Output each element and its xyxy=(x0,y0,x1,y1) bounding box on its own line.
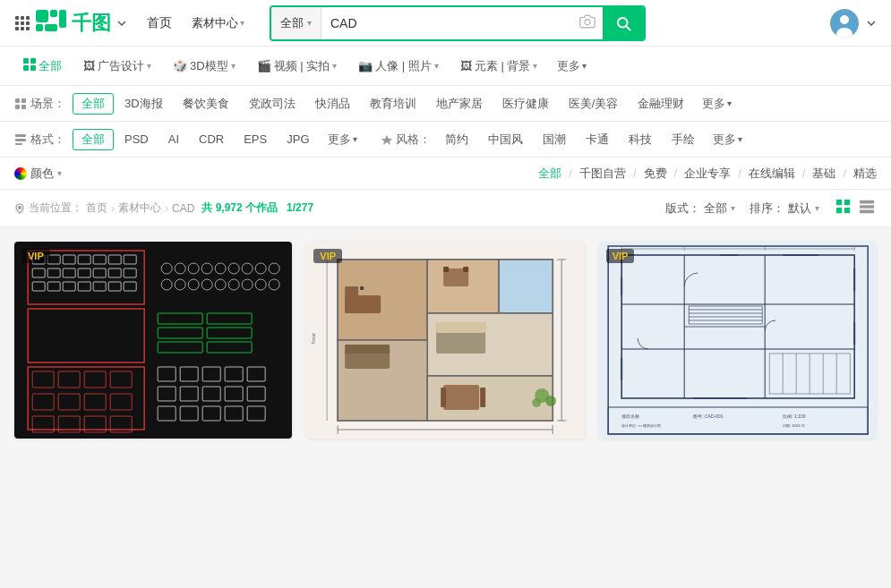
scene-realestate[interactable]: 地产家居 xyxy=(427,93,492,115)
format-more[interactable]: 更多 ▾ xyxy=(321,128,364,151)
nav-element[interactable]: 🖼 元素 | 背景 ▾ xyxy=(451,55,547,78)
svg-rect-119 xyxy=(499,260,553,313)
style-cartoon[interactable]: 卡通 xyxy=(577,129,618,150)
nav-element-arrow-icon: ▾ xyxy=(533,61,537,71)
location-icon xyxy=(14,203,25,214)
style-tech[interactable]: 科技 xyxy=(620,129,661,150)
breadcrumb-current: CAD xyxy=(172,202,194,215)
nav-portrait[interactable]: 📷 人像 | 照片 ▾ xyxy=(349,55,448,78)
scene-medical[interactable]: 医疗健康 xyxy=(493,93,558,115)
breadcrumb-home[interactable]: 首页 xyxy=(86,200,107,216)
nav-video-label: 视频 | 实拍 xyxy=(274,58,330,74)
color-filter[interactable]: 颜色 ▾ xyxy=(14,166,62,182)
tags-bar: 颜色 ▾ 全部 / 千图自营 / 免费 / 企业专享 / 在线编辑 / 基础 /… xyxy=(0,158,891,190)
scene-food[interactable]: 餐饮美食 xyxy=(174,93,238,115)
ad-icon: 🖼 xyxy=(83,59,95,72)
svg-text:图号: CAD-001: 图号: CAD-001 xyxy=(693,413,724,419)
svg-text:日期: 2024.01: 日期: 2024.01 xyxy=(783,423,805,428)
tag-selected[interactable]: 精选 xyxy=(853,166,877,182)
style-simple[interactable]: 简约 xyxy=(436,129,477,150)
svg-rect-33 xyxy=(844,200,850,205)
scene-edu[interactable]: 教育培训 xyxy=(361,93,425,115)
card-3[interactable]: VIP xyxy=(599,242,877,439)
nav-more-arrow-icon: ▾ xyxy=(582,61,587,71)
nav-all-label: 全部 xyxy=(39,58,62,74)
camera-search-icon[interactable] xyxy=(572,13,603,33)
style-label-text: 风格： xyxy=(396,132,431,148)
format-selector[interactable]: 版式： 全部 ▾ xyxy=(665,200,735,217)
content-grid: VIP xyxy=(0,227,891,453)
card-3-vip-badge: VIP xyxy=(606,249,635,263)
style-more-label: 更多 xyxy=(713,132,736,148)
svg-rect-21 xyxy=(30,58,36,64)
header: 千图 首页 素材中心 ▾ 全部 ▾ xyxy=(0,0,891,47)
sort-value: 默认 xyxy=(788,200,811,217)
scene-political[interactable]: 党政司法 xyxy=(240,93,304,115)
card-2[interactable]: VIP xyxy=(306,242,584,439)
format-jpg[interactable]: JPG xyxy=(278,130,318,149)
search-category-dropdown[interactable]: 全部 ▾ xyxy=(271,7,321,39)
svg-point-143 xyxy=(545,396,556,406)
style-guochao[interactable]: 国潮 xyxy=(534,129,575,150)
search-button[interactable] xyxy=(603,7,644,39)
svg-rect-3 xyxy=(15,21,19,25)
format-eps[interactable]: EPS xyxy=(235,130,276,149)
svg-text:Total: Total xyxy=(311,333,316,345)
scene-icon xyxy=(14,98,27,110)
tag-all[interactable]: 全部 xyxy=(538,166,561,182)
format-psd[interactable]: PSD xyxy=(116,130,158,149)
tag-sep-1: / xyxy=(569,166,572,180)
tag-free[interactable]: 免费 xyxy=(644,166,667,182)
search-input[interactable] xyxy=(321,7,572,39)
format-icon xyxy=(14,133,27,146)
svg-rect-23 xyxy=(30,65,36,71)
svg-rect-124 xyxy=(345,286,358,313)
sort-selector[interactable]: 排序： 默认 ▾ xyxy=(750,200,819,217)
format-ai[interactable]: AI xyxy=(159,130,188,149)
style-chinese[interactable]: 中国风 xyxy=(479,129,532,150)
scene-more[interactable]: 更多 ▾ xyxy=(695,92,739,115)
style-label: 风格： xyxy=(381,132,431,148)
category-nav: 全部 🖼 广告设计 ▾ 🎲 3D模型 ▾ 🎬 视频 | 实拍 ▾ 📷 人像 | … xyxy=(0,47,891,86)
svg-rect-28 xyxy=(15,134,26,137)
nav-ad-design[interactable]: 🖼 广告设计 ▾ xyxy=(74,55,160,78)
breadcrumb-materials[interactable]: 素材中心 xyxy=(118,200,161,216)
count-number: 9,972 xyxy=(216,201,243,214)
list-view-button[interactable] xyxy=(857,197,877,219)
scene-all[interactable]: 全部 xyxy=(73,93,114,115)
scene-more-label: 更多 xyxy=(702,96,725,112)
sort-label: 排序： xyxy=(750,200,784,217)
tag-online[interactable]: 在线编辑 xyxy=(749,166,795,182)
nav-all[interactable]: 全部 xyxy=(14,55,71,78)
nav-video[interactable]: 🎬 视频 | 实拍 ▾ xyxy=(248,55,347,78)
nav-home[interactable]: 首页 xyxy=(138,12,181,35)
format-selector-label: 版式： xyxy=(665,200,700,217)
card-1[interactable]: VIP xyxy=(14,242,292,439)
tag-base[interactable]: 基础 xyxy=(812,166,835,182)
scene-3d-poster[interactable]: 3D海报 xyxy=(116,93,172,115)
sort-arrow-icon: ▾ xyxy=(815,203,819,213)
nav-materials-arrow-icon: ▾ xyxy=(240,18,244,28)
style-more[interactable]: 更多 ▾ xyxy=(706,128,750,151)
scene-fmcg[interactable]: 快消品 xyxy=(306,93,359,115)
tag-qianjitu[interactable]: 千图自营 xyxy=(579,166,626,182)
svg-rect-20 xyxy=(23,58,29,64)
logo[interactable]: 千图 xyxy=(14,10,127,37)
format-cdr[interactable]: CDR xyxy=(190,130,233,149)
nav-materials[interactable]: 素材中心 ▾ xyxy=(184,12,252,35)
svg-rect-135 xyxy=(480,388,485,407)
avatar[interactable] xyxy=(830,9,859,38)
svg-rect-11 xyxy=(36,24,43,31)
tag-enterprise[interactable]: 企业专享 xyxy=(684,166,731,182)
grid-view-button[interactable] xyxy=(834,197,853,219)
style-hand[interactable]: 手绘 xyxy=(663,129,704,150)
scene-beauty[interactable]: 医美/美容 xyxy=(560,93,628,115)
card-1-vip-badge: VIP xyxy=(21,249,50,263)
scene-finance[interactable]: 金融理财 xyxy=(629,93,693,115)
nav-3d[interactable]: 🎲 3D模型 ▾ xyxy=(164,55,244,78)
header-right xyxy=(830,9,877,38)
nav-more[interactable]: 更多 ▾ xyxy=(550,55,594,78)
tag-sep-3: / xyxy=(674,166,678,180)
format-all[interactable]: 全部 xyxy=(73,129,114,150)
svg-point-144 xyxy=(532,398,541,407)
